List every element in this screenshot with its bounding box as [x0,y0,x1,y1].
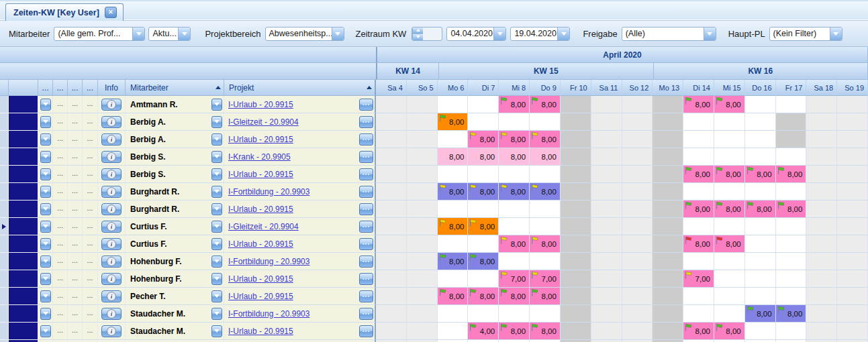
ellipsis-button[interactable]: ... [83,131,98,148]
day-cell-di14[interactable] [683,253,714,270]
mitarbeiter-dropdown-button[interactable] [211,99,222,111]
info-button[interactable]: i [101,99,122,111]
day-cell-sa18[interactable] [806,131,837,148]
day-cell-mi8[interactable] [499,201,530,218]
row-selector[interactable] [0,148,9,166]
ellipsis-button[interactable]: ... [83,113,98,131]
day-cell-so12[interactable] [622,270,653,288]
projekt-browse-button[interactable]: ... [359,325,373,337]
day-header-sa18[interactable]: Sa 18 [806,80,837,96]
projekt-browse-button[interactable]: ... [359,99,373,111]
day-cell-so12[interactable] [622,235,653,253]
day-cell-fr17[interactable]: 8,00 [776,166,807,183]
day-cell-so5[interactable] [407,270,438,288]
day-cell-mo13[interactable] [653,201,683,218]
day-cell-di7[interactable] [468,235,499,253]
day-cell-do9[interactable]: 8,00 [530,235,561,253]
ellipsis-button[interactable]: ... [83,305,98,323]
day-cell-di14[interactable] [683,183,714,201]
day-cell-do9[interactable]: 8,00 [530,288,561,305]
day-cell-so19[interactable] [837,96,868,113]
day-cell-fr17[interactable] [776,323,807,340]
projekt-link[interactable]: I-Urlaub - 20.9915 [228,292,359,301]
day-cell-so19[interactable] [837,270,868,288]
row-selector[interactable] [0,218,9,235]
day-cell-sa11[interactable] [591,235,622,253]
day-cell-di7[interactable] [468,305,499,323]
day-cell-mo6[interactable]: 8,00 [438,288,469,305]
day-cell-do16[interactable] [745,148,776,166]
row-dropdown-button[interactable] [40,325,51,337]
day-cell-fr10[interactable] [561,218,591,235]
day-cell-mo13[interactable] [653,270,683,288]
day-cell-sa4[interactable] [376,166,407,183]
projekt-link[interactable]: I-Urlaub - 20.9915 [228,205,359,214]
day-cell-so19[interactable] [837,323,868,340]
mitarbeiter-dropdown-button[interactable] [211,221,222,233]
projekt-link[interactable]: I-Urlaub - 20.9915 [228,274,359,284]
day-cell-mo13[interactable] [653,323,683,340]
day-cell-mo13[interactable] [653,235,683,253]
day-cell-so5[interactable] [407,218,438,235]
row-dropdown-button[interactable] [40,290,51,302]
info-button[interactable]: i [101,168,122,180]
day-cell-sa18[interactable] [806,253,837,270]
day-cell-so12[interactable] [622,218,653,235]
day-cell-do16[interactable] [745,323,776,340]
row-dropdown-button[interactable] [40,133,51,146]
day-cell-di14[interactable] [683,113,714,131]
projekt-browse-button[interactable]: ... [359,116,373,128]
projekt-browse-button[interactable]: ... [359,168,373,180]
ellipsis-button[interactable]: ... [53,323,68,340]
day-cell-fr10[interactable] [561,305,591,323]
projekt-link[interactable]: I-Gleitzeit - 20.9904 [228,117,359,127]
row-selector[interactable] [0,323,9,340]
day-header-fr17[interactable]: Fr 17 [776,80,807,96]
projekt-browse-button[interactable]: ... [359,186,373,198]
ellipsis-button[interactable]: ... [53,235,68,253]
day-cell-do16[interactable] [745,253,776,270]
day-cell-so19[interactable] [837,253,868,270]
day-cell-mi15[interactable]: 8,00 [714,166,745,183]
day-cell-sa18[interactable] [806,270,837,288]
projekt-browse-button[interactable]: ... [359,308,373,320]
day-cell-sa4[interactable] [376,323,407,340]
info-button[interactable]: i [101,273,122,285]
ellipsis-button[interactable]: ... [68,218,83,235]
projekt-browse-button[interactable]: ... [359,273,373,285]
day-cell-so19[interactable] [837,183,868,201]
day-cell-so19[interactable] [837,148,868,166]
day-cell-mo6[interactable] [438,96,469,113]
day-cell-do9[interactable] [530,113,561,131]
day-cell-do16[interactable] [745,183,776,201]
row-selector[interactable] [0,183,9,201]
ellipsis-button[interactable]: ... [68,270,83,288]
day-cell-sa4[interactable] [376,253,407,270]
day-cell-di14[interactable]: 7,00 [683,270,714,288]
day-cell-mi15[interactable] [714,270,745,288]
day-cell-sa18[interactable] [806,201,837,218]
ellipsis-button[interactable]: ... [53,131,68,148]
info-button[interactable]: i [101,238,122,250]
day-cell-sa18[interactable] [806,235,837,253]
day-header-do9[interactable]: Do 9 [530,80,561,96]
day-cell-sa11[interactable] [591,323,622,340]
ellipsis-button[interactable]: ... [83,183,98,201]
ellipsis-button[interactable]: ... [68,323,83,340]
day-cell-do9[interactable] [530,305,561,323]
mitarbeiter-dropdown-button[interactable] [211,238,222,250]
day-cell-so12[interactable] [622,253,653,270]
day-cell-mo13[interactable] [653,131,683,148]
day-cell-sa11[interactable] [591,131,622,148]
day-cell-di7[interactable]: 4,00 [468,323,499,340]
day-header-so5[interactable]: So 5 [407,80,438,96]
day-cell-mi8[interactable]: 8,00 [499,183,530,201]
day-cell-so12[interactable] [622,183,653,201]
day-cell-fr10[interactable] [561,201,591,218]
day-cell-do9[interactable] [530,166,561,183]
mitarbeiter-dropdown-button[interactable] [211,255,222,268]
ellipsis-button[interactable]: ... [68,235,83,253]
day-cell-mo6[interactable] [438,323,469,340]
day-cell-di7[interactable]: 8,00 [468,183,499,201]
row-dropdown-button[interactable] [40,151,51,163]
